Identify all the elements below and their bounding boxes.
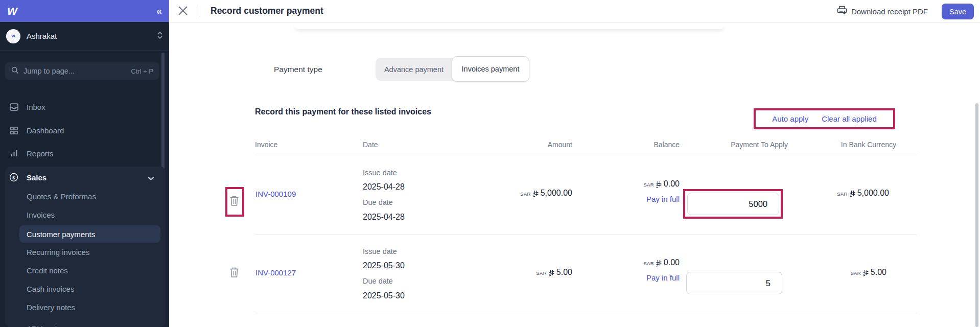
trash-icon[interactable] — [229, 195, 240, 207]
invoice-link[interactable]: INV-000127 — [255, 268, 296, 277]
sidebar-item-dashboard[interactable]: Dashboard — [5, 122, 159, 139]
row-divider — [255, 235, 917, 235]
app-window: W « W Ashrakat Jump to page... Ctrl + P … — [0, 0, 980, 327]
sidebar-item-inbox[interactable]: Inbox — [5, 98, 159, 115]
riyal-symbol-icon — [863, 270, 869, 276]
trash-icon[interactable] — [229, 267, 240, 279]
jump-to-page-search[interactable]: Jump to page... Ctrl + P — [5, 62, 159, 80]
invoices-section-heading: Record this payment for these listed inv… — [255, 107, 431, 116]
currency-code: SAR — [536, 270, 546, 276]
sidebar-item-label: Recurring invoices — [27, 248, 89, 256]
sidebar-item-recurring-invoices[interactable]: Recurring invoices — [5, 243, 166, 261]
sidebar-topbar: W « — [0, 0, 169, 22]
in-bank-currency-value: 5,000.00 — [857, 189, 889, 198]
sidebar-item-customer-payments[interactable]: Customer payments — [19, 225, 160, 243]
payment-to-apply-input[interactable] — [687, 193, 779, 215]
save-button[interactable]: Save — [942, 4, 974, 19]
svg-text:$: $ — [12, 175, 15, 180]
balance-cell: SAR 0.00 — [603, 258, 680, 267]
sales-dollar-icon: $ — [9, 173, 18, 182]
sidebar-item-delivery-notes[interactable]: Delivery notes — [5, 298, 166, 316]
table-header-divider — [255, 155, 917, 155]
card-bottom-edge — [294, 22, 725, 29]
printer-icon — [837, 6, 847, 17]
modal-header: Record customer payment Download receipt… — [169, 0, 980, 22]
sidebar-item-label: Cash invoices — [27, 285, 74, 293]
avatar: W — [6, 29, 20, 43]
sidebar-item-label: API invoices — [27, 324, 69, 327]
riyal-symbol-icon — [656, 181, 662, 188]
column-header-in-bank-currency: In Bank Currency — [809, 141, 896, 149]
wafeq-logo: W — [7, 5, 17, 17]
sidebar-item-label: Dashboard — [27, 126, 64, 135]
apply-links: Auto apply Clear all applied — [754, 108, 895, 129]
sidebar-item-label: Sales — [27, 173, 148, 182]
currency-code: SAR — [850, 270, 860, 276]
riyal-symbol-icon — [850, 191, 855, 197]
pay-in-full-link[interactable]: Pay in full — [603, 195, 680, 203]
sidebar-item-api-invoices[interactable]: API invoices — [5, 320, 166, 327]
dashboard-icon — [9, 127, 18, 134]
column-header-invoice: Invoice — [255, 141, 277, 149]
column-header-date: Date — [363, 141, 378, 149]
column-header-payment-to-apply: Payment To Apply — [711, 141, 788, 149]
sidebar-item-quotes-proformas[interactable]: Quotes & Proformas — [5, 188, 166, 205]
inbox-icon — [9, 103, 18, 111]
download-receipt-pdf-button[interactable]: Download receipt PDF — [837, 0, 928, 22]
riyal-symbol-icon — [656, 260, 662, 267]
due-date-value: 2025-04-28 — [363, 213, 405, 222]
user-switcher[interactable]: W Ashrakat — [0, 22, 169, 51]
collapse-sidebar-icon[interactable]: « — [156, 5, 162, 17]
column-header-balance: Balance — [603, 141, 680, 149]
balance-value: 0.00 — [664, 258, 680, 267]
clear-all-applied-link[interactable]: Clear all applied — [822, 114, 877, 123]
column-header-amount: Amount — [485, 141, 572, 149]
balance-cell: SAR 0.00 — [603, 179, 680, 189]
user-switch-chevrons-icon[interactable] — [157, 31, 163, 42]
amount-cell: SAR 5.00 — [485, 268, 572, 277]
issue-date-label: Issue date — [363, 169, 397, 177]
issue-date-label: Issue date — [363, 247, 397, 255]
header-divider — [200, 6, 200, 17]
in-bank-currency-value: 5.00 — [871, 268, 886, 277]
tab-advance-payment[interactable]: Advance payment — [376, 58, 452, 81]
bar-chart-icon — [9, 150, 18, 157]
invoice-link[interactable]: INV-000109 — [255, 190, 296, 198]
close-icon[interactable] — [177, 5, 190, 17]
sidebar-item-sales[interactable]: $ Sales — [5, 169, 166, 186]
sidebar-item-cash-invoices[interactable]: Cash invoices — [5, 280, 166, 297]
sidebar-item-label: Customer payments — [27, 230, 95, 239]
amount-value: 5,000.00 — [541, 189, 572, 198]
sidebar-item-credit-notes[interactable]: Credit notes — [5, 262, 166, 279]
sidebar-item-label: Invoices — [27, 211, 55, 219]
tab-invoices-payment[interactable]: Invoices payment — [452, 56, 529, 82]
amount-value: 5.00 — [556, 268, 572, 277]
amount-cell: SAR 5,000.00 — [485, 189, 572, 198]
sidebar-item-invoices[interactable]: Invoices — [5, 206, 166, 223]
due-date-label: Due date — [363, 277, 393, 285]
sidebar-item-label: Delivery notes — [27, 303, 75, 312]
riyal-symbol-icon — [533, 191, 539, 197]
currency-code: SAR — [643, 261, 654, 266]
sidebar-item-label: Credit notes — [27, 266, 68, 275]
main-scrollbar[interactable] — [975, 103, 978, 327]
pay-in-full-link[interactable]: Pay in full — [603, 273, 680, 282]
chevron-down-icon — [148, 173, 154, 182]
auto-apply-link[interactable]: Auto apply — [772, 114, 808, 123]
row-divider — [255, 314, 917, 314]
currency-code: SAR — [837, 191, 847, 197]
riyal-symbol-icon — [549, 270, 554, 276]
page-title: Record customer payment — [211, 6, 323, 16]
sidebar: W « W Ashrakat Jump to page... Ctrl + P … — [0, 0, 169, 327]
in-bank-currency-cell: SAR 5,000.00 — [802, 189, 889, 198]
payment-to-apply-input[interactable] — [686, 272, 782, 294]
search-icon — [11, 66, 19, 76]
search-shortcut: Ctrl + P — [131, 67, 153, 75]
sales-section: $ Sales Quotes & Proformas Invoices Cust… — [5, 167, 166, 327]
sidebar-item-label: Inbox — [27, 103, 45, 111]
sidebar-item-reports[interactable]: Reports — [5, 145, 159, 162]
sidebar-item-label: Reports — [27, 149, 54, 158]
issue-date-value: 2025-05-30 — [363, 261, 405, 270]
payment-type-label: Payment type — [274, 65, 322, 74]
due-date-label: Due date — [363, 198, 393, 206]
